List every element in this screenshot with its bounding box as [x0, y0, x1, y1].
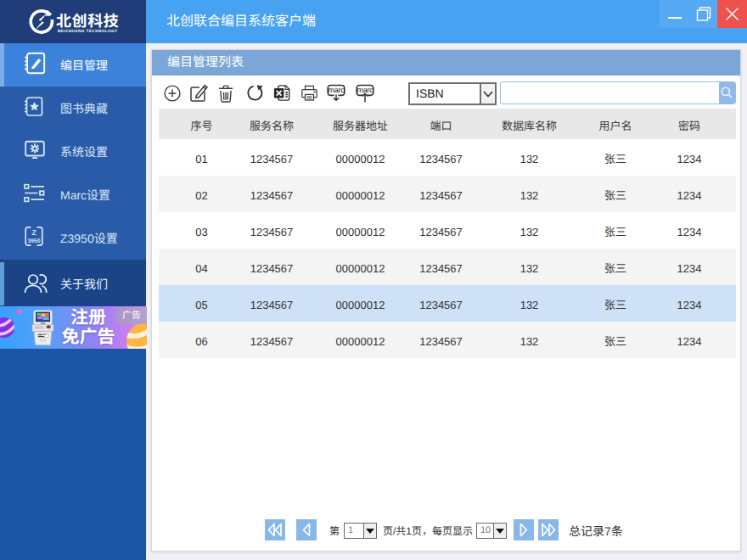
svg-text:3950: 3950 [27, 238, 40, 244]
svg-text:Z: Z [31, 228, 36, 237]
